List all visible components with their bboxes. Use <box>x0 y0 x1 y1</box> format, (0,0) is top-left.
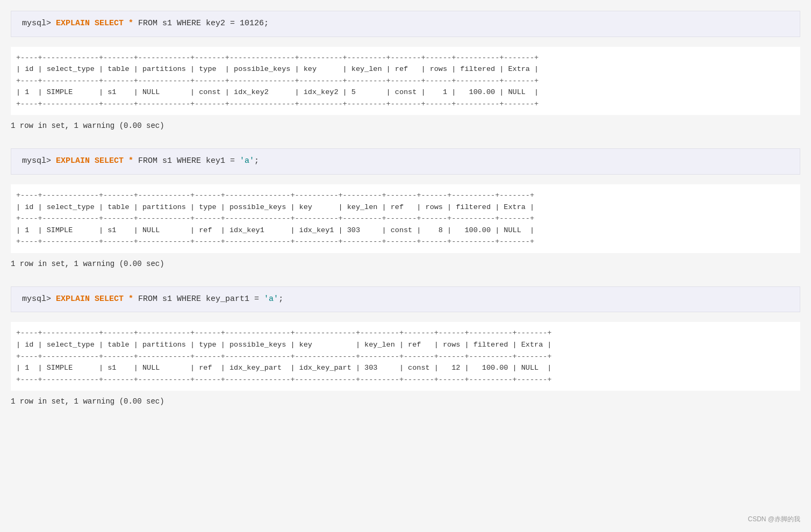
query-line-3: mysql> EXPLAIN SELECT * FROM s1 WHERE ke… <box>11 286 800 313</box>
header-2: | id | select_type | table | partitions … <box>11 202 800 213</box>
result-3: 1 row in set, 1 warning (0.00 sec) <box>11 395 800 408</box>
query-line-1: mysql> EXPLAIN SELECT * FROM s1 WHERE ke… <box>11 11 800 37</box>
sep-top-2: +----+-------------+-------+------------… <box>11 190 800 202</box>
query-block-2: mysql> EXPLAIN SELECT * FROM s1 WHERE ke… <box>11 148 800 270</box>
sep-mid-2: +----+-------------+-------+------------… <box>11 213 800 225</box>
result-2: 1 row in set, 1 warning (0.00 sec) <box>11 257 800 270</box>
prompt-3: mysql> <box>22 294 56 304</box>
keyword-1: EXPLAIN SELECT <box>56 19 124 28</box>
semi-3: ; <box>278 294 283 304</box>
sep-mid-1: +----+-------------+-------+------------… <box>11 75 800 87</box>
data-1: | 1 | SIMPLE | s1 | NULL | const | idx_k… <box>11 87 800 98</box>
table-1: +----+-------------+-------+------------… <box>11 47 800 116</box>
query-line-2: mysql> EXPLAIN SELECT * FROM s1 WHERE ke… <box>11 148 800 175</box>
query-block-3: mysql> EXPLAIN SELECT * FROM s1 WHERE ke… <box>11 286 800 408</box>
middle-3: FROM s1 WHERE key_part1 = <box>138 294 264 304</box>
sep-top-3: +----+-------------+-------+------------… <box>11 327 800 339</box>
keyword-2: EXPLAIN SELECT <box>56 156 124 166</box>
prompt-2: mysql> <box>22 156 56 166</box>
value-2: 'a' <box>240 156 254 166</box>
keyword-3: EXPLAIN SELECT <box>56 294 124 304</box>
value-3: 'a' <box>264 294 278 304</box>
page-container: mysql> EXPLAIN SELECT * FROM s1 WHERE ke… <box>11 11 800 408</box>
result-1: 1 row in set, 1 warning (0.00 sec) <box>11 119 800 132</box>
middle-1: FROM s1 WHERE key2 = <box>138 19 240 28</box>
sep-bot-1: +----+-------------+-------+------------… <box>11 98 800 110</box>
prompt-1: mysql> <box>22 19 56 28</box>
header-1: | id | select_type | table | partitions … <box>11 63 800 75</box>
data-2: | 1 | SIMPLE | s1 | NULL | ref | idx_key… <box>11 225 800 236</box>
data-3: | 1 | SIMPLE | s1 | NULL | ref | idx_key… <box>11 362 800 374</box>
query-block-1: mysql> EXPLAIN SELECT * FROM s1 WHERE ke… <box>11 11 800 132</box>
semi-2: ; <box>254 156 259 166</box>
semi-1: ; <box>264 19 269 28</box>
sep-top-1: +----+-------------+-------+------------… <box>11 52 800 64</box>
header-3: | id | select_type | table | partitions … <box>11 339 800 351</box>
star-3: * <box>124 294 138 304</box>
table-3: +----+-------------+-------+------------… <box>11 322 800 391</box>
middle-2: FROM s1 WHERE key1 = <box>138 156 240 166</box>
star-2: * <box>124 156 138 166</box>
table-2: +----+-------------+-------+------------… <box>11 184 800 253</box>
value-1: 10126 <box>240 19 264 28</box>
star-1: * <box>124 19 138 28</box>
sep-bot-2: +----+-------------+-------+------------… <box>11 236 800 248</box>
sep-bot-3: +----+-------------+-------+------------… <box>11 374 800 386</box>
sep-mid-3: +----+-------------+-------+------------… <box>11 351 800 363</box>
